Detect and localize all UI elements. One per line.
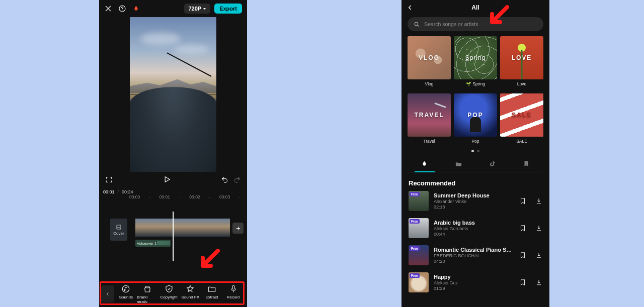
song-artist: Aleksei Guz: [434, 280, 514, 285]
category-vlog[interactable]: VLOG: [408, 36, 451, 79]
song-cover: Free: [409, 272, 429, 292]
music-title: All: [471, 4, 479, 11]
category-sale[interactable]: SALE: [500, 93, 543, 137]
cover-button[interactable]: Cover: [110, 219, 127, 241]
toolbar-record[interactable]: Record: [223, 284, 244, 304]
toolbar-sounds[interactable]: Sounds: [115, 284, 136, 304]
cover-label: Cover: [113, 231, 124, 236]
svg-point-5: [415, 22, 418, 26]
bookmark-icon[interactable]: [519, 279, 526, 286]
music-tabs: [408, 156, 543, 172]
page-dots: [401, 150, 549, 152]
microphone-icon: [229, 284, 238, 293]
flame-icon: [421, 160, 428, 168]
toolbar-brand-music[interactable]: Brand music: [137, 284, 158, 304]
brand-music-icon: [143, 284, 152, 293]
flame-icon[interactable]: [132, 5, 140, 13]
editor-screen: 720P Export 00:01 / 00:24 00:00·: [99, 0, 247, 307]
download-icon[interactable]: [535, 252, 542, 259]
song-cover: Free: [409, 245, 429, 265]
category-travel[interactable]: TRAVEL: [408, 93, 451, 137]
song-artist: Alexander Vinke: [434, 199, 514, 204]
song-cover: Free: [409, 191, 429, 211]
star-icon: [186, 284, 195, 293]
song-row[interactable]: Free Happy Aleksei Guz 01:29: [409, 272, 542, 292]
category-pop[interactable]: POP: [454, 93, 497, 137]
dot-1[interactable]: [471, 150, 474, 152]
tab-bookmarks[interactable]: [510, 156, 544, 172]
voiceover-label: Voiceover 1: [137, 241, 156, 246]
tab-folder[interactable]: [442, 156, 476, 172]
bookmark-icon[interactable]: [519, 197, 526, 204]
export-button[interactable]: Export: [214, 4, 242, 14]
voiceover-track[interactable]: Voiceover 1: [135, 240, 171, 247]
toolbar-back-button[interactable]: [101, 285, 114, 302]
player-controls: [99, 172, 247, 187]
song-title: Arabic big bass: [434, 220, 514, 226]
free-badge: Free: [410, 192, 420, 196]
video-preview[interactable]: [130, 17, 216, 172]
song-duration: 00:44: [434, 232, 514, 237]
song-artist: FREDERIC BOUCHAL: [434, 253, 514, 258]
song-row[interactable]: Free Romantic Classical Piano Solo FREDE…: [409, 245, 542, 265]
category-grid: VLOG Vlog Spring 🌱 Spring LOVE Love: [401, 36, 549, 86]
time-total: 00:24: [122, 189, 133, 194]
category-spring[interactable]: Spring: [454, 36, 497, 79]
recommended-heading: Recommended: [401, 172, 549, 191]
music-screen: All Search songs or artists VLOG Vlog Sp…: [401, 0, 549, 307]
category-love[interactable]: LOVE: [500, 36, 543, 79]
free-badge: Free: [410, 246, 420, 251]
svg-point-1: [122, 10, 122, 11]
playhead[interactable]: [173, 212, 174, 261]
bookmark-icon[interactable]: [519, 225, 526, 232]
svg-point-2: [123, 285, 130, 292]
bookmark-icon[interactable]: [519, 252, 526, 259]
toolbar-copyright[interactable]: Copyright: [158, 284, 180, 304]
free-badge: Free: [410, 273, 420, 278]
download-icon[interactable]: [535, 279, 542, 286]
clip-strip[interactable]: [135, 219, 230, 237]
song-cover: Free: [409, 218, 429, 238]
music-header: All: [401, 0, 549, 15]
song-duration: 02:18: [434, 204, 514, 210]
time-readout: 00:01 / 00:24: [99, 187, 247, 194]
redo-icon[interactable]: [233, 176, 241, 183]
song-artist: Aleksei Gorobets: [434, 226, 514, 231]
bookmark-icon: [523, 160, 530, 167]
quality-label: 720P: [188, 6, 201, 12]
undo-icon[interactable]: [221, 176, 228, 183]
song-duration: 01:29: [434, 286, 514, 291]
close-icon[interactable]: [104, 5, 112, 13]
shield-icon: [165, 284, 174, 293]
song-title: Summer Deep House: [434, 192, 514, 198]
toolbar-sound-fx[interactable]: Sound FX: [180, 284, 201, 304]
bottom-toolbar: Sounds Brand music Copyright Sound FX Ex…: [99, 281, 247, 307]
download-icon[interactable]: [535, 197, 542, 204]
search-placeholder: Search songs or artists: [424, 21, 478, 27]
play-icon[interactable]: [163, 175, 172, 184]
back-icon[interactable]: [407, 4, 414, 11]
folder-icon: [455, 160, 462, 168]
dot-2[interactable]: [477, 150, 479, 152]
search-icon: [414, 21, 420, 28]
fullscreen-icon[interactable]: [105, 176, 113, 183]
help-icon[interactable]: [118, 5, 126, 13]
song-row[interactable]: Free Arabic big bass Aleksei Gorobets 00…: [409, 218, 542, 238]
time-current: 00:01: [103, 189, 115, 194]
free-badge: Free: [410, 219, 420, 224]
timeline-ruler: 00:00· 00:01· 00:02· 00:03· 00:04· 00:05…: [99, 194, 247, 201]
svg-point-3: [124, 289, 125, 290]
timeline[interactable]: Cover Voiceover 1: [99, 216, 247, 246]
quality-selector[interactable]: 720P: [184, 4, 210, 14]
song-duration: 04:20: [434, 259, 514, 264]
add-clip-button[interactable]: [232, 223, 244, 234]
download-icon[interactable]: [535, 225, 542, 232]
svg-rect-4: [232, 285, 234, 289]
song-row[interactable]: Free Summer Deep House Alexander Vinke 0…: [409, 191, 542, 211]
toolbar-extract[interactable]: Extract: [201, 284, 222, 304]
song-list: Free Summer Deep House Alexander Vinke 0…: [401, 191, 549, 292]
tiktok-icon: [489, 160, 496, 168]
tab-trending[interactable]: [408, 156, 442, 172]
tab-tiktok[interactable]: [475, 156, 510, 172]
search-input[interactable]: Search songs or artists: [408, 17, 543, 31]
